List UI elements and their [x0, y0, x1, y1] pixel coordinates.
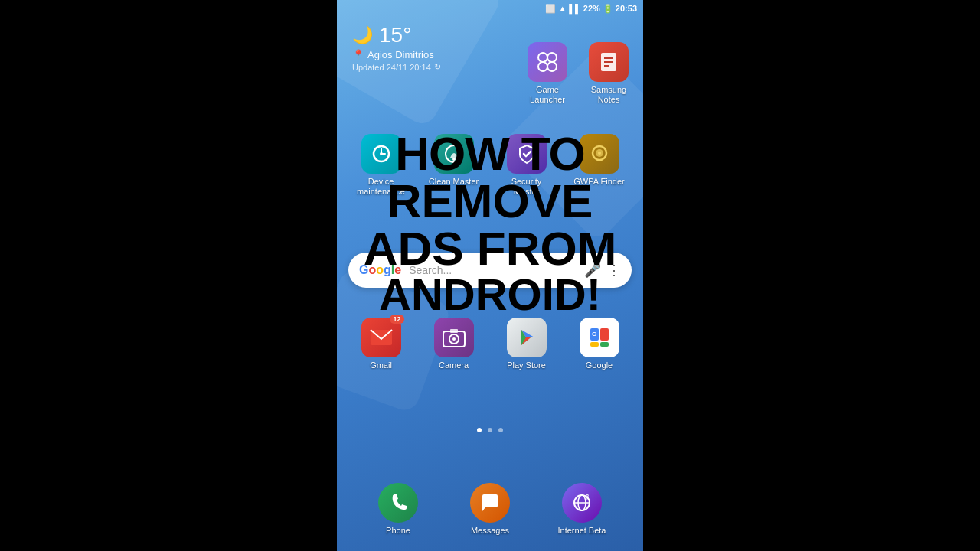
samsung-notes-label: Samsung Notes [582, 85, 635, 105]
weather-temp-row: 🌙 15° [352, 23, 441, 47]
temperature-value: 15° [379, 23, 411, 47]
weather-location-row: 📍 Agios Dimitrios [352, 49, 441, 60]
page-dot-3 [498, 428, 503, 432]
signal-icon: ▌▌ [569, 4, 581, 13]
right-letterbox [643, 0, 980, 551]
svg-point-9 [380, 152, 383, 155]
app-row-3: 12 Gmail Camera [345, 318, 635, 370]
game-launcher-label: Game Launcher [521, 85, 574, 105]
messages-label: Messages [471, 526, 509, 536]
weather-widget: 🌙 15° 📍 Agios Dimitrios Updated 24/11 20… [352, 23, 441, 72]
updated-text: Updated 24/11 20:14 [352, 63, 431, 72]
status-icons: ⬜ ▲ ▌▌ 22% 🔋 20:53 [545, 4, 637, 14]
screen-cast-icon: ⬜ [545, 4, 556, 14]
clean-master-label: Clean Master [429, 177, 479, 187]
svg-text:β: β [586, 494, 590, 500]
svg-point-14 [598, 152, 601, 155]
phone-screen: ⬜ ▲ ▌▌ 22% 🔋 20:53 🌙 15° 📍 Agios Dimitri… [337, 0, 643, 551]
search-placeholder[interactable]: Search... [409, 264, 578, 276]
gmail-label: Gmail [370, 360, 392, 370]
internet-icon: β [562, 483, 602, 523]
weather-condition-icon: 🌙 [352, 25, 373, 45]
camera-icon [434, 318, 474, 357]
game-launcher-icon [528, 42, 567, 82]
microphone-icon[interactable]: 🎤 [584, 262, 601, 279]
status-bar: ⬜ ▲ ▌▌ 22% 🔋 20:53 [337, 0, 643, 17]
play-store-label: Play Store [507, 360, 546, 370]
google-logo: Google [359, 263, 401, 277]
app-clean-master[interactable]: Clean Master [427, 134, 481, 197]
location-pin-icon: 📍 [352, 49, 364, 60]
page-dot-2 [488, 428, 492, 432]
google-search-bar[interactable]: Google Search... 🎤 ⋮ [348, 253, 632, 288]
app-gmail[interactable]: 12 Gmail [354, 318, 408, 370]
svg-point-11 [452, 158, 456, 161]
app-row-2: Device maintenance Clean Master Security… [345, 134, 635, 197]
wifi-icon: ▲ [558, 4, 567, 13]
refresh-icon: ↻ [434, 62, 441, 72]
dock-messages[interactable]: Messages [463, 483, 517, 536]
page-indicator [337, 428, 643, 432]
google-folder-label: Google [586, 360, 612, 370]
svg-point-1 [547, 53, 557, 62]
svg-rect-19 [450, 329, 458, 333]
top-right-apps: Game Launcher Samsung Notes [521, 42, 635, 105]
location-name: Agios Dimitrios [368, 49, 434, 60]
gmail-badge: 12 [390, 315, 403, 324]
battery-icon: 🔋 [603, 4, 613, 14]
dock-internet[interactable]: β Internet Beta [555, 483, 609, 536]
svg-point-18 [452, 337, 456, 341]
app-play-store[interactable]: Play Store [500, 318, 554, 370]
security-master-icon [507, 134, 547, 174]
google-folder-icon: G [580, 318, 619, 357]
camera-label: Camera [439, 360, 469, 370]
more-options-icon[interactable]: ⋮ [607, 262, 621, 279]
app-security-master[interactable]: Security Master [500, 134, 554, 197]
clean-master-icon [434, 134, 474, 174]
app-google-folder[interactable]: G Google [573, 318, 626, 370]
page-dot-1 [477, 428, 482, 432]
play-store-icon [507, 318, 547, 357]
gwpa-finder-icon [580, 134, 619, 174]
app-samsung-notes[interactable]: Samsung Notes [582, 42, 635, 105]
bottom-dock: Phone Messages β Internet Beta [337, 483, 643, 536]
left-letterbox [0, 0, 337, 551]
weather-updated-row: Updated 24/11 20:14 ↻ [352, 62, 441, 72]
app-game-launcher[interactable]: Game Launcher [521, 42, 574, 105]
svg-point-3 [547, 62, 557, 71]
battery-percent: 22% [583, 4, 600, 13]
svg-point-0 [538, 53, 547, 62]
dock-phone[interactable]: Phone [371, 483, 425, 536]
internet-label: Internet Beta [558, 526, 606, 536]
phone-label: Phone [386, 526, 410, 536]
app-device-maintenance[interactable]: Device maintenance [354, 134, 408, 197]
phone-icon [378, 483, 418, 523]
gmail-icon: 12 [361, 318, 401, 357]
gwpa-finder-label: GWPA Finder [573, 177, 624, 187]
device-maintenance-label: Device maintenance [354, 177, 408, 197]
device-maintenance-icon [361, 134, 401, 174]
samsung-notes-icon [589, 42, 629, 82]
messages-icon [470, 483, 510, 523]
app-gwpa-finder[interactable]: GWPA Finder [573, 134, 626, 197]
security-master-label: Security Master [500, 177, 554, 197]
svg-point-2 [538, 62, 547, 71]
app-camera[interactable]: Camera [427, 318, 481, 370]
time-display: 20:53 [616, 4, 637, 13]
